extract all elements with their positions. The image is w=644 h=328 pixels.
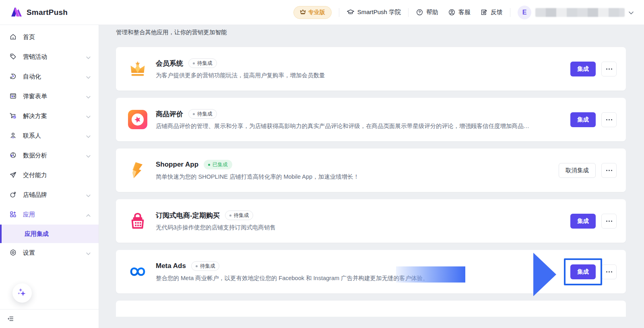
meta-icon [128,262,147,281]
chevron-down-icon [86,73,91,80]
more-icon [609,221,610,222]
academy-label: SmartPush 学院 [357,8,401,16]
chevron-down-icon [86,54,91,60]
sidebar-footer [0,309,99,328]
card-title: 会员系统 [156,59,183,68]
sidebar-item-store-brand[interactable]: 店铺品牌 [0,185,99,205]
paper-plane-icon [9,171,17,180]
chevron-down-icon [86,192,91,198]
sidebar-item-settings[interactable]: 设置 [0,243,99,263]
status-label: 待集成 [200,263,215,270]
chevron-down-icon [86,113,91,120]
integration-card-subscription: 订阅式电商-定期购买 待集成 无代码3步操作使您的店铺支持订阅式电商销售 集成 [116,199,626,243]
account-menu[interactable]: E [518,6,634,19]
sidebar-item-marketing[interactable]: 营销活动 [0,47,99,67]
sidebar-item-label: 应用 [23,211,35,219]
chevron-down-icon [86,93,91,100]
gear-icon [9,249,17,258]
status-label: 待集成 [197,60,213,67]
shopper-bolt-icon [128,161,147,180]
more-icon [606,271,607,272]
card-title: 订阅式电商-定期购买 [156,211,220,220]
sidebar-subitem-app-integration[interactable]: 应用集成 [0,225,99,243]
sidebar-item-analytics[interactable]: 数据分析 [0,146,99,165]
sidebar-item-automation[interactable]: 自动化 [0,67,99,87]
status-label: 已集成 [213,161,228,168]
more-icon [611,170,612,171]
sidebar-item-label: 设置 [23,249,35,257]
sidebar-item-popup-forms[interactable]: 弹窗表单 [0,87,99,106]
ai-assistant-button[interactable] [12,283,32,303]
tag-icon [9,53,17,62]
more-icon [609,119,610,120]
status-badge: 待集成 [188,109,217,119]
pie-chart-icon [9,151,17,160]
more-button[interactable] [601,112,617,127]
crown-icon [128,59,147,78]
brand-icon [9,191,17,200]
sidebar-item-label: 营销活动 [23,53,47,61]
feedback-label: 反馈 [491,8,503,16]
smartpush-logo-icon [10,6,23,19]
status-label: 待集成 [234,212,249,219]
card-description: 为客户提供更多的营销功能玩法，提高用户复购率，增加会员数量 [156,72,325,79]
more-icon [606,68,607,70]
support-label: 客服 [458,8,471,16]
user-name-redacted [535,8,625,17]
more-button[interactable] [601,264,617,279]
brand-name: SmartPush [27,8,68,17]
chevron-down-icon [629,9,634,16]
page-subtitle: 管理和整合其他应用，让你的营销更加智能 [116,29,626,36]
status-dot [193,113,195,115]
avatar: E [518,6,531,19]
integrate-button[interactable]: 集成 [570,214,596,229]
feedback-link[interactable]: 反馈 [480,8,503,16]
collapse-sidebar-icon[interactable] [7,315,14,322]
sidebar: 首页 营销活动 自动化 弹窗表单 解决方案 联系人 数 [0,25,99,328]
sidebar-item-solutions[interactable]: 解决方案 [0,106,99,126]
support-link[interactable]: 客服 [448,8,471,16]
sidebar-item-label: 解决方案 [23,112,47,120]
annotation-arrow-head [533,253,556,296]
integrate-button[interactable]: 集成 [570,112,596,127]
plan-badge[interactable]: 专业版 [293,6,332,19]
sidebar-item-contacts[interactable]: 联系人 [0,126,99,146]
more-button[interactable] [601,163,617,178]
sidebar-item-apps[interactable]: 应用 [0,205,99,225]
help-link[interactable]: 帮助 [416,8,438,16]
chevron-down-icon [86,132,91,139]
card-description: 整合您的 Meta 商业帐户，以更有效地定位您的 Facebook 和 Inst… [156,274,429,282]
customer-service-icon [448,8,456,16]
cancel-integration-button[interactable]: 取消集成 [559,163,596,178]
chevron-down-icon [86,250,91,256]
status-dot [229,215,231,217]
annotation-arrow-body [396,266,465,283]
home-icon [9,33,17,42]
more-button[interactable] [601,214,617,229]
plan-badge-label: 专业版 [308,9,325,16]
sidebar-item-label: 弹窗表单 [23,93,47,100]
sidebar-item-label: 数据分析 [23,152,47,159]
person-icon [9,132,17,140]
integrate-button[interactable]: 集成 [570,264,596,279]
integration-card-membership: 会员系统 待集成 为客户提供更多的营销功能玩法，提高用户复购率，增加会员数量 集… [116,47,626,91]
sidebar-item-label: 店铺品牌 [23,191,47,199]
sparkles-icon [17,287,27,299]
status-badge: 已集成 [204,160,232,169]
sidebar-item-home[interactable]: 首页 [0,27,99,47]
integrate-button[interactable]: 集成 [570,62,596,76]
more-icon [609,170,610,171]
more-icon [606,221,607,222]
card-description: 店铺商品评价的管理、展示和分享，为店铺获得高影响力的真实产品评论和评级，在商品页… [156,122,534,130]
sidebar-item-delivery[interactable]: 交付能力 [0,165,99,185]
integration-card-product-reviews: 商品评价 待集成 店铺商品评价的管理、展示和分享，为店铺获得高影响力的真实产品评… [116,98,626,141]
brand-logo[interactable]: SmartPush [10,6,68,19]
divider [339,8,339,17]
more-icon [611,68,612,70]
more-button[interactable] [601,62,617,76]
chevron-down-icon [86,152,91,159]
more-icon [611,271,612,272]
help-question-icon [416,8,423,16]
crown-icon [300,9,306,16]
academy-link[interactable]: SmartPush 学院 [347,8,401,17]
